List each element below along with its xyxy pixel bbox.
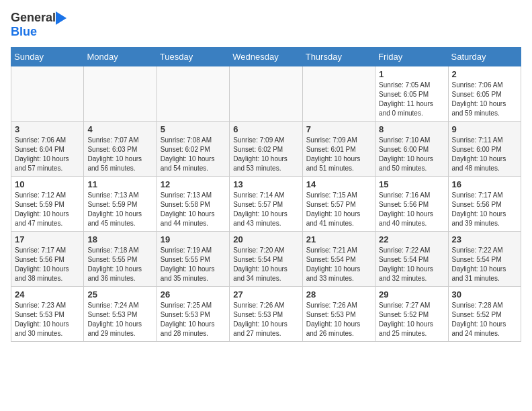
calendar-cell: [157, 66, 229, 122]
calendar-cell: 21Sunrise: 7:21 AM Sunset: 5:54 PM Dayli…: [302, 232, 375, 287]
day-info: Sunrise: 7:09 AM Sunset: 6:01 PM Dayligh…: [306, 136, 371, 173]
day-info: Sunrise: 7:20 AM Sunset: 5:54 PM Dayligh…: [233, 246, 298, 283]
calendar-cell: 26Sunrise: 7:25 AM Sunset: 5:53 PM Dayli…: [157, 287, 229, 342]
day-info: Sunrise: 7:11 AM Sunset: 6:00 PM Dayligh…: [452, 136, 517, 173]
calendar-cell: 5Sunrise: 7:08 AM Sunset: 6:02 PM Daylig…: [157, 122, 229, 177]
day-info: Sunrise: 7:06 AM Sunset: 6:05 PM Dayligh…: [452, 81, 517, 118]
day-number: 1: [379, 69, 444, 79]
day-info: Sunrise: 7:16 AM Sunset: 5:56 PM Dayligh…: [379, 191, 444, 228]
calendar-cell: 2Sunrise: 7:06 AM Sunset: 6:05 PM Daylig…: [448, 66, 521, 122]
day-info: Sunrise: 7:27 AM Sunset: 5:52 PM Dayligh…: [379, 301, 444, 338]
calendar-cell: 7Sunrise: 7:09 AM Sunset: 6:01 PM Daylig…: [302, 122, 375, 177]
calendar-cell: 22Sunrise: 7:22 AM Sunset: 5:54 PM Dayli…: [375, 232, 448, 287]
day-number: 10: [15, 179, 80, 189]
calendar-cell: 19Sunrise: 7:19 AM Sunset: 5:55 PM Dayli…: [157, 232, 229, 287]
day-number: 19: [161, 234, 226, 244]
calendar-cell: 3Sunrise: 7:06 AM Sunset: 6:04 PM Daylig…: [11, 122, 84, 177]
calendar-cell: 27Sunrise: 7:26 AM Sunset: 5:53 PM Dayli…: [230, 287, 302, 342]
weekday-header-monday: Monday: [84, 48, 157, 66]
week-row-2: 3Sunrise: 7:06 AM Sunset: 6:04 PM Daylig…: [11, 122, 521, 177]
day-info: Sunrise: 7:21 AM Sunset: 5:54 PM Dayligh…: [306, 246, 371, 283]
day-info: Sunrise: 7:28 AM Sunset: 5:52 PM Dayligh…: [452, 301, 517, 338]
day-info: Sunrise: 7:26 AM Sunset: 5:53 PM Dayligh…: [233, 301, 298, 338]
calendar-cell: 8Sunrise: 7:10 AM Sunset: 6:00 PM Daylig…: [375, 122, 448, 177]
header: General Blue GeneralBlue: [11, 11, 521, 39]
calendar-cell: 29Sunrise: 7:27 AM Sunset: 5:52 PM Dayli…: [375, 287, 448, 342]
day-number: 20: [233, 234, 298, 244]
day-info: Sunrise: 7:06 AM Sunset: 6:04 PM Dayligh…: [15, 136, 80, 173]
day-number: 12: [161, 179, 226, 189]
day-number: 26: [161, 289, 226, 300]
calendar-cell: 11Sunrise: 7:13 AM Sunset: 5:59 PM Dayli…: [84, 177, 157, 232]
calendar-cell: 23Sunrise: 7:22 AM Sunset: 5:54 PM Dayli…: [448, 232, 521, 287]
day-number: 13: [233, 179, 298, 189]
calendar-cell: [230, 66, 302, 122]
day-number: 17: [15, 234, 80, 244]
calendar-cell: [11, 66, 84, 122]
day-number: 3: [15, 124, 80, 134]
week-row-1: 1Sunrise: 7:05 AM Sunset: 6:05 PM Daylig…: [11, 66, 521, 122]
day-number: 21: [306, 234, 371, 244]
day-number: 23: [452, 234, 517, 244]
day-number: 2: [452, 69, 517, 79]
day-info: Sunrise: 7:13 AM Sunset: 5:58 PM Dayligh…: [161, 191, 226, 228]
week-row-4: 17Sunrise: 7:17 AM Sunset: 5:56 PM Dayli…: [11, 232, 521, 287]
day-info: Sunrise: 7:07 AM Sunset: 6:03 PM Dayligh…: [87, 136, 152, 173]
svg-marker-3: [56, 11, 66, 25]
day-info: Sunrise: 7:14 AM Sunset: 5:57 PM Dayligh…: [233, 191, 298, 228]
day-number: 24: [15, 289, 80, 300]
day-number: 7: [306, 124, 371, 134]
calendar-cell: 13Sunrise: 7:14 AM Sunset: 5:57 PM Dayli…: [230, 177, 302, 232]
day-info: Sunrise: 7:23 AM Sunset: 5:53 PM Dayligh…: [15, 301, 80, 338]
calendar-table: SundayMondayTuesdayWednesdayThursdayFrid…: [11, 47, 521, 342]
day-info: Sunrise: 7:10 AM Sunset: 6:00 PM Dayligh…: [379, 136, 444, 173]
day-number: 11: [87, 179, 152, 189]
day-number: 30: [452, 289, 517, 300]
day-info: Sunrise: 7:13 AM Sunset: 5:59 PM Dayligh…: [87, 191, 152, 228]
week-row-5: 24Sunrise: 7:23 AM Sunset: 5:53 PM Dayli…: [11, 287, 521, 342]
weekday-header-sunday: Sunday: [11, 48, 84, 66]
calendar-cell: 16Sunrise: 7:17 AM Sunset: 5:56 PM Dayli…: [448, 177, 521, 232]
calendar-cell: 6Sunrise: 7:09 AM Sunset: 6:02 PM Daylig…: [230, 122, 302, 177]
day-number: 29: [379, 289, 444, 300]
calendar-cell: 9Sunrise: 7:11 AM Sunset: 6:00 PM Daylig…: [448, 122, 521, 177]
day-number: 25: [87, 289, 152, 300]
day-info: Sunrise: 7:19 AM Sunset: 5:55 PM Dayligh…: [161, 246, 226, 283]
calendar-cell: 4Sunrise: 7:07 AM Sunset: 6:03 PM Daylig…: [84, 122, 157, 177]
weekday-header-tuesday: Tuesday: [157, 48, 229, 66]
day-number: 8: [379, 124, 444, 134]
day-info: Sunrise: 7:24 AM Sunset: 5:53 PM Dayligh…: [87, 301, 152, 338]
day-info: Sunrise: 7:15 AM Sunset: 5:57 PM Dayligh…: [306, 191, 371, 228]
day-number: 14: [306, 179, 371, 189]
day-info: Sunrise: 7:22 AM Sunset: 5:54 PM Dayligh…: [379, 246, 444, 283]
week-row-3: 10Sunrise: 7:12 AM Sunset: 5:59 PM Dayli…: [11, 177, 521, 232]
day-number: 16: [452, 179, 517, 189]
day-info: Sunrise: 7:22 AM Sunset: 5:54 PM Dayligh…: [452, 246, 517, 283]
day-info: Sunrise: 7:05 AM Sunset: 6:05 PM Dayligh…: [379, 81, 444, 118]
day-number: 4: [87, 124, 152, 134]
day-info: Sunrise: 7:08 AM Sunset: 6:02 PM Dayligh…: [161, 136, 226, 173]
day-number: 15: [379, 179, 444, 189]
logo-wordmark: GeneralBlue: [11, 11, 66, 39]
calendar-cell: [302, 66, 375, 122]
weekday-header-row: SundayMondayTuesdayWednesdayThursdayFrid…: [11, 48, 521, 66]
day-number: 6: [233, 124, 298, 134]
calendar-cell: 14Sunrise: 7:15 AM Sunset: 5:57 PM Dayli…: [302, 177, 375, 232]
calendar-cell: [84, 66, 157, 122]
day-number: 18: [87, 234, 152, 244]
day-number: 9: [452, 124, 517, 134]
day-info: Sunrise: 7:09 AM Sunset: 6:02 PM Dayligh…: [233, 136, 298, 173]
logo: General Blue GeneralBlue: [11, 11, 66, 39]
day-info: Sunrise: 7:17 AM Sunset: 5:56 PM Dayligh…: [15, 246, 80, 283]
calendar-cell: 1Sunrise: 7:05 AM Sunset: 6:05 PM Daylig…: [375, 66, 448, 122]
calendar-cell: 20Sunrise: 7:20 AM Sunset: 5:54 PM Dayli…: [230, 232, 302, 287]
day-number: 5: [161, 124, 226, 134]
calendar-cell: 15Sunrise: 7:16 AM Sunset: 5:56 PM Dayli…: [375, 177, 448, 232]
calendar-cell: 25Sunrise: 7:24 AM Sunset: 5:53 PM Dayli…: [84, 287, 157, 342]
day-number: 28: [306, 289, 371, 300]
weekday-header-thursday: Thursday: [302, 48, 375, 66]
calendar-cell: 28Sunrise: 7:26 AM Sunset: 5:53 PM Dayli…: [302, 287, 375, 342]
calendar-cell: 30Sunrise: 7:28 AM Sunset: 5:52 PM Dayli…: [448, 287, 521, 342]
day-info: Sunrise: 7:18 AM Sunset: 5:55 PM Dayligh…: [87, 246, 152, 283]
day-info: Sunrise: 7:12 AM Sunset: 5:59 PM Dayligh…: [15, 191, 80, 228]
